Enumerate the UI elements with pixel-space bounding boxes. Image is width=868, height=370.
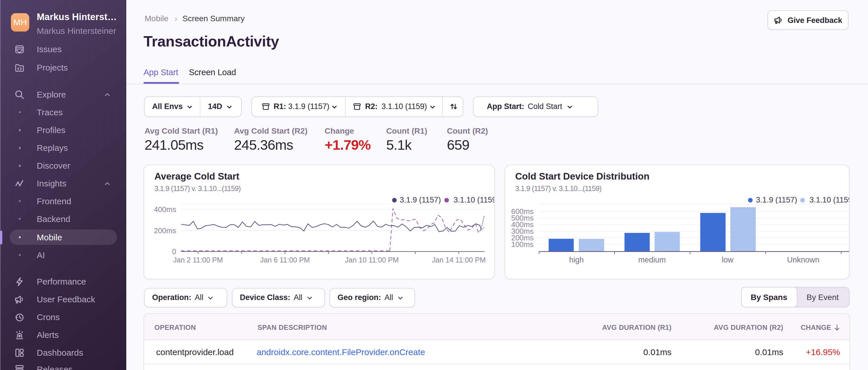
svg-text:low: low <box>722 256 733 264</box>
svg-text:200ms: 200ms <box>154 226 176 235</box>
svg-text:Unknown: Unknown <box>787 256 819 264</box>
svg-text:Jan 2 11:00 PM: Jan 2 11:00 PM <box>173 256 223 264</box>
svg-text:high: high <box>569 256 584 264</box>
svg-text:Jan 14 11:00 PM: Jan 14 11:00 PM <box>432 256 486 264</box>
svg-text:0: 0 <box>172 247 176 256</box>
svg-text:100ms: 100ms <box>511 240 533 249</box>
svg-text:Jan 10 11:00 PM: Jan 10 11:00 PM <box>345 256 399 264</box>
svg-text:medium: medium <box>638 256 665 264</box>
svg-text:400ms: 400ms <box>154 205 176 214</box>
svg-text:Jan 6 11:00 PM: Jan 6 11:00 PM <box>260 256 310 264</box>
